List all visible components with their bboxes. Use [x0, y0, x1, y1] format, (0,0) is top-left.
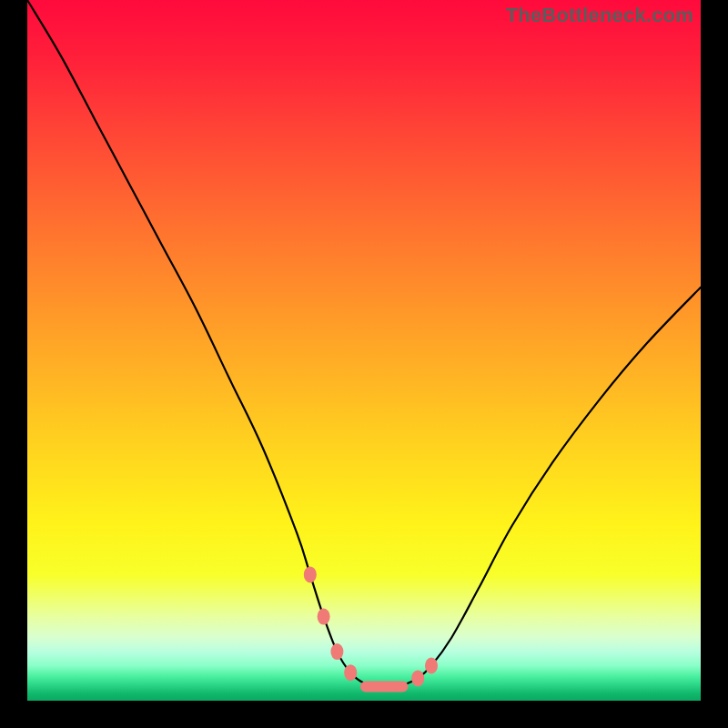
highlight-dot	[425, 658, 438, 674]
bottleneck-curve	[27, 0, 701, 701]
trough-bar	[360, 682, 408, 693]
highlight-dot	[304, 566, 317, 582]
highlight-markers	[304, 566, 438, 692]
highlight-dot	[330, 643, 343, 660]
highlight-dot	[411, 670, 424, 686]
curve-path-group	[27, 0, 701, 687]
highlight-dot	[344, 664, 357, 681]
chart-frame: TheBottleneck.com	[0, 0, 728, 728]
curve-path	[27, 0, 701, 687]
highlight-dot	[318, 609, 330, 625]
plot-area: TheBottleneck.com	[27, 0, 701, 701]
